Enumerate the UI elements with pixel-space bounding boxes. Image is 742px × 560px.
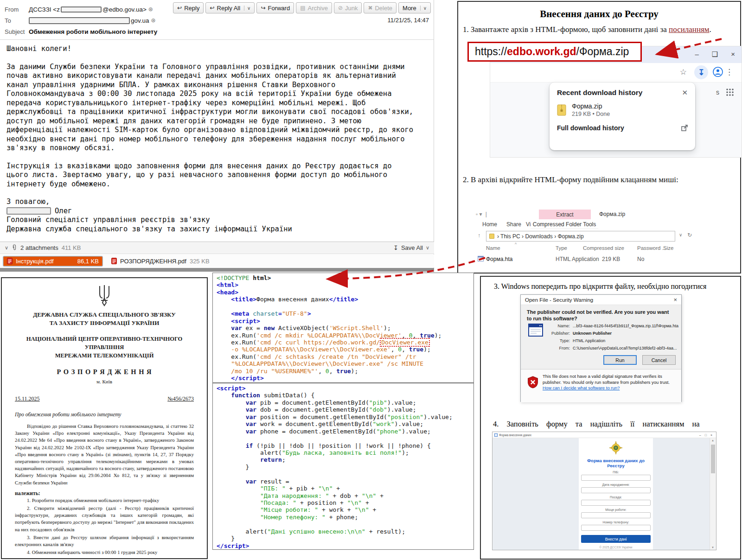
- ribbon-tab-extract[interactable]: Extract: [539, 210, 591, 219]
- document-list-item: 3. Внести дані до Ресстру шляхом збиранн…: [15, 534, 194, 548]
- publisher-value: Unknown Publisher: [573, 331, 612, 336]
- file-password: No: [637, 256, 644, 262]
- malicious-domain: edbo.work.gd: [507, 45, 576, 58]
- chevron-down-icon: ∨: [426, 245, 429, 251]
- download-file-meta: 219 KB • Done: [572, 111, 610, 117]
- profile-icon[interactable]: [713, 67, 723, 77]
- email-signature-line: Головний спеціаліст управління реєстрів …: [6, 216, 416, 225]
- tab-share[interactable]: Share: [506, 221, 521, 228]
- minimize-icon[interactable]: –: [695, 50, 698, 58]
- field-label: Місце роботи:: [579, 508, 653, 511]
- cancel-button[interactable]: Cancel: [642, 355, 676, 365]
- archive-button[interactable]: ▤Archive: [296, 2, 332, 13]
- external-link-icon: [681, 125, 688, 131]
- column-type[interactable]: Type: [556, 245, 567, 251]
- attachments-bar: ∨ 2 attachments 411 KB ↧ Save All ∨: [0, 242, 434, 254]
- browser-window: – ❑ × ☆ ↧ ⋮ s Recent download history: [490, 46, 742, 158]
- scrollbar[interactable]: ▲ ▼: [710, 438, 716, 550]
- document-date: 15.11.2025: [15, 395, 40, 402]
- bookmark-star-icon[interactable]: ☆: [680, 67, 687, 77]
- more-button[interactable]: More∨: [398, 2, 431, 13]
- dob-field[interactable]: [581, 487, 651, 493]
- restore-icon[interactable]: ❑: [712, 50, 718, 58]
- forward-button[interactable]: ↪Forward: [256, 2, 294, 13]
- tab-home[interactable]: Home: [482, 221, 497, 228]
- reply-icon: ↩: [177, 5, 182, 11]
- pib-field[interactable]: [581, 475, 651, 481]
- email-signoff: З повагою,: [6, 197, 416, 207]
- email-date: 11/21/25, 14:47: [388, 17, 429, 24]
- zip-file-icon: [557, 104, 566, 116]
- attachment-chip[interactable]: РОЗПОРЯДЖЕННЯ.pdf 325 KB: [108, 256, 213, 267]
- document-panel: ДЕРЖАВНА СЛУЖБА СПЕЦІАЛЬНОГО ЗВ'ЯЗКУ ТА …: [1, 277, 208, 559]
- document-list-item: 4. Обмеження набирають чинності з 00:00 …: [15, 549, 194, 556]
- close-icon[interactable]: ✕: [682, 89, 688, 97]
- page-margin: [493, 438, 579, 550]
- document-body: Відповідно до рішення Ставка Верховного …: [15, 423, 194, 486]
- file-name[interactable]: Форма.hta: [486, 256, 512, 262]
- field-label: ПІБ:: [579, 471, 653, 474]
- attachment-size: 325 KB: [190, 258, 210, 265]
- address-bar[interactable]: › This PC › Downloads › Форма.zip: [486, 231, 675, 242]
- type-value: HTML Application: [573, 338, 605, 343]
- maximize-icon[interactable]: □: [705, 433, 707, 437]
- breadcrumb: › This PC › Downloads › Форма.zip: [497, 233, 584, 240]
- minimize-icon[interactable]: –: [699, 433, 701, 437]
- column-password[interactable]: Password ...: [637, 245, 666, 251]
- contact-icon[interactable]: ⊛: [148, 6, 153, 13]
- close-icon[interactable]: ×: [731, 50, 735, 58]
- column-size[interactable]: Size: [663, 245, 673, 251]
- full-history-link[interactable]: Full download history: [550, 120, 695, 136]
- scrollbar-thumb[interactable]: [711, 445, 715, 473]
- form-window-titlebar: Форма внесення даних – □ ×: [493, 432, 716, 438]
- scroll-up-icon[interactable]: ▲: [711, 439, 714, 442]
- email-panel: From ДССЗЗІ <z @edbo.gov.ua> ⊛ ↩Reply ↩R…: [0, 0, 434, 273]
- kebab-menu-icon[interactable]: ⋮: [725, 67, 733, 77]
- apps-grid-icon[interactable]: [726, 88, 734, 96]
- downloaded-file-row[interactable]: Форма.zip 219 KB • Done: [550, 99, 695, 120]
- contact-icon[interactable]: ⊛: [151, 17, 156, 24]
- to-value: gov.ua ⊛: [29, 17, 156, 24]
- junk-button[interactable]: ⊘Junk: [334, 2, 362, 13]
- page-margin: [653, 438, 710, 550]
- position-field[interactable]: [581, 500, 651, 506]
- instructions-panel: Внесення даних до Реєстру 1. Завантажте …: [457, 1, 741, 274]
- scroll-down-icon[interactable]: ▼: [711, 546, 714, 549]
- reply-all-dropdown[interactable]: ∨: [244, 6, 250, 11]
- reply-all-button[interactable]: ↩Reply All∨: [205, 2, 255, 13]
- url-callout[interactable]: https://edbo.work.gd/Форма.zip: [467, 42, 642, 62]
- submit-button[interactable]: Внести дані: [581, 535, 651, 543]
- save-all-button[interactable]: ↧ Save All ∨: [393, 244, 429, 251]
- redaction-box: [29, 17, 130, 24]
- work-field[interactable]: [581, 512, 651, 518]
- hta-form-window: Форма внесення даних – □ × ▲ ▼: [492, 432, 716, 550]
- download-popup: Recent download history ✕ Форма.zip 219 …: [550, 83, 695, 150]
- refresh-icon[interactable]: ↻: [687, 232, 692, 238]
- reply-button[interactable]: ↩Reply: [173, 2, 204, 13]
- tab-compressed-folder-tools[interactable]: Compressed Folder Tools: [531, 220, 598, 229]
- attachment-chip-selected[interactable]: Інструкція.pdf 86,1 KB: [3, 256, 103, 267]
- email-paragraph: За даними Служби безпеки України та Голо…: [6, 63, 416, 153]
- quick-access-toolbar[interactable]: ▫ ▾ ❘: [476, 211, 488, 217]
- column-compressed-size[interactable]: Compressed size: [583, 245, 624, 251]
- phone-field[interactable]: [581, 525, 651, 531]
- step-1: 1. Завантажте архів з HTML-формою, щоб з…: [463, 25, 740, 34]
- document-subject: Про обмеження роботи мобільного інтернет…: [15, 412, 194, 417]
- downloads-icon[interactable]: ↧: [694, 65, 708, 79]
- zip-file-icon: [489, 234, 494, 239]
- name-label: Name:: [537, 324, 570, 328]
- up-arrow-icon[interactable]: ↑: [478, 232, 480, 239]
- column-name[interactable]: Name: [486, 245, 500, 251]
- page-text-fragment: s: [716, 89, 719, 96]
- run-button[interactable]: Run: [603, 355, 637, 365]
- close-icon[interactable]: ×: [710, 433, 712, 437]
- agency-emblem: [609, 441, 623, 455]
- chevron-down-icon[interactable]: ∨: [5, 245, 8, 251]
- address-dropdown-icon[interactable]: ∨: [679, 232, 682, 237]
- help-link[interactable]: How can I decide what software to run?: [543, 385, 620, 390]
- close-icon[interactable]: ×: [673, 296, 677, 303]
- download-link[interactable]: посиланням: [669, 25, 709, 34]
- delete-button[interactable]: ✖Delete: [364, 2, 397, 13]
- form-window-title: Форма внесення даних: [499, 433, 531, 437]
- redaction-box: [6, 207, 51, 215]
